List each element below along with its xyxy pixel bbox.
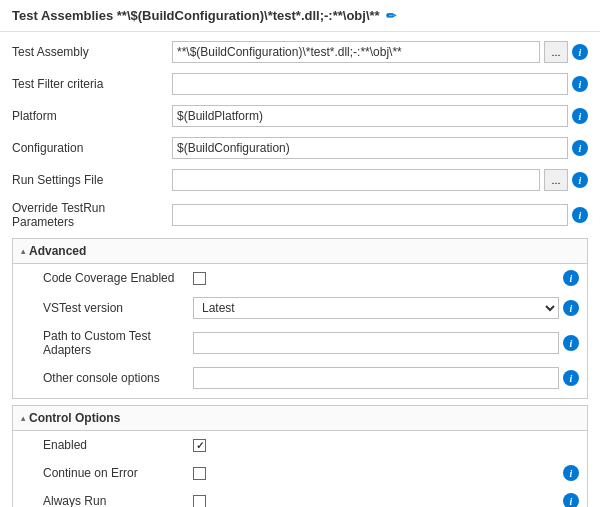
enabled-label: Enabled — [43, 438, 193, 452]
always-run-info-icon[interactable]: i — [563, 493, 579, 507]
override-testrun-parameters-label: Override TestRun Parameters — [12, 201, 172, 229]
advanced-triangle-icon: ▴ — [21, 247, 25, 256]
path-custom-test-adapters-input[interactable] — [193, 332, 559, 354]
vstest-version-row: VSTest version Latest VS2017 VS2015 i — [13, 292, 587, 324]
other-console-options-label: Other console options — [43, 371, 193, 385]
path-custom-test-adapters-info-icon[interactable]: i — [563, 335, 579, 351]
configuration-info-icon[interactable]: i — [572, 140, 588, 156]
configuration-row: Configuration i — [0, 132, 600, 164]
page-header: Test Assemblies **\$(BuildConfiguration)… — [0, 0, 600, 32]
other-console-options-row: Other console options i — [13, 362, 587, 394]
control-options-header: ▴ Control Options — [13, 406, 587, 431]
run-settings-file-input[interactable] — [172, 169, 540, 191]
test-assembly-input[interactable] — [172, 41, 540, 63]
code-coverage-enabled-row: Code Coverage Enabled i — [13, 264, 587, 292]
override-testrun-parameters-input[interactable] — [172, 204, 568, 226]
code-coverage-enabled-checkbox[interactable] — [193, 272, 206, 285]
enabled-checkbox[interactable] — [193, 439, 206, 452]
page-title: Test Assemblies **\$(BuildConfiguration)… — [12, 8, 380, 23]
test-filter-criteria-label: Test Filter criteria — [12, 77, 172, 91]
test-assembly-browse-button[interactable]: ... — [544, 41, 568, 63]
run-settings-file-info-icon[interactable]: i — [572, 172, 588, 188]
platform-info-icon[interactable]: i — [572, 108, 588, 124]
vstest-version-select[interactable]: Latest VS2017 VS2015 — [193, 297, 559, 319]
vstest-version-label: VSTest version — [43, 301, 193, 315]
continue-on-error-row: Continue on Error i — [13, 459, 587, 487]
test-filter-criteria-info-icon[interactable]: i — [572, 76, 588, 92]
always-run-label: Always Run — [43, 494, 193, 507]
advanced-section: ▴ Advanced Code Coverage Enabled i VSTes… — [12, 238, 588, 399]
control-options-section: ▴ Control Options Enabled Continue on Er… — [12, 405, 588, 507]
test-assembly-label: Test Assembly — [12, 45, 172, 59]
continue-on-error-info-icon[interactable]: i — [563, 465, 579, 481]
configuration-label: Configuration — [12, 141, 172, 155]
control-options-title: Control Options — [29, 411, 120, 425]
platform-input[interactable] — [172, 105, 568, 127]
configuration-control: i — [172, 137, 588, 159]
platform-control: i — [172, 105, 588, 127]
test-filter-criteria-row: Test Filter criteria i — [0, 68, 600, 100]
run-settings-file-control: ... i — [172, 169, 588, 191]
edit-icon[interactable]: ✏ — [386, 9, 396, 23]
test-assembly-info-icon[interactable]: i — [572, 44, 588, 60]
test-filter-criteria-control: i — [172, 73, 588, 95]
test-assembly-row: Test Assembly ... i — [0, 36, 600, 68]
path-custom-test-adapters-label: Path to Custom Test Adapters — [43, 329, 193, 357]
vstest-version-info-icon[interactable]: i — [563, 300, 579, 316]
control-options-triangle-icon: ▴ — [21, 414, 25, 423]
continue-on-error-control: i — [193, 465, 579, 481]
other-console-options-control: i — [193, 367, 579, 389]
other-console-options-info-icon[interactable]: i — [563, 370, 579, 386]
test-filter-criteria-input[interactable] — [172, 73, 568, 95]
path-custom-test-adapters-row: Path to Custom Test Adapters i — [13, 324, 587, 362]
always-run-checkbox[interactable] — [193, 495, 206, 508]
path-custom-test-adapters-control: i — [193, 332, 579, 354]
advanced-header: ▴ Advanced — [13, 239, 587, 264]
run-settings-file-browse-button[interactable]: ... — [544, 169, 568, 191]
platform-label: Platform — [12, 109, 172, 123]
platform-row: Platform i — [0, 100, 600, 132]
main-form-section: Test Assembly ... i Test Filter criteria… — [0, 32, 600, 238]
configuration-input[interactable] — [172, 137, 568, 159]
continue-on-error-checkbox[interactable] — [193, 467, 206, 480]
continue-on-error-label: Continue on Error — [43, 466, 193, 480]
code-coverage-enabled-info-icon[interactable]: i — [563, 270, 579, 286]
enabled-control — [193, 439, 579, 452]
other-console-options-input[interactable] — [193, 367, 559, 389]
override-testrun-parameters-row: Override TestRun Parameters i — [0, 196, 600, 234]
code-coverage-enabled-label: Code Coverage Enabled — [43, 271, 193, 285]
override-testrun-parameters-info-icon[interactable]: i — [572, 207, 588, 223]
code-coverage-enabled-control: i — [193, 270, 579, 286]
enabled-row: Enabled — [13, 431, 587, 459]
vstest-version-control: Latest VS2017 VS2015 i — [193, 297, 579, 319]
always-run-row: Always Run i — [13, 487, 587, 507]
always-run-control: i — [193, 493, 579, 507]
advanced-title: Advanced — [29, 244, 86, 258]
override-testrun-parameters-control: i — [172, 204, 588, 226]
run-settings-file-row: Run Settings File ... i — [0, 164, 600, 196]
test-assembly-control: ... i — [172, 41, 588, 63]
run-settings-file-label: Run Settings File — [12, 173, 172, 187]
